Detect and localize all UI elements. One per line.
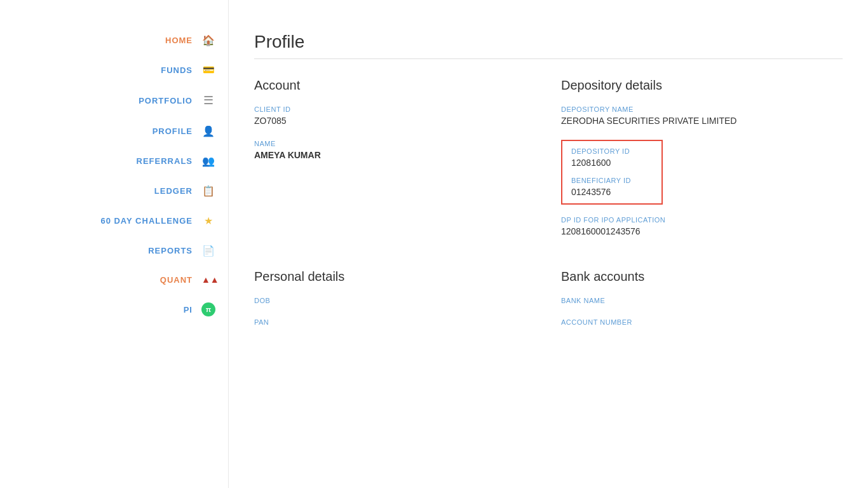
- depository-section-title: Depository details: [561, 78, 843, 93]
- sidebar-item-label-reports: REPORTS: [148, 246, 193, 255]
- dob-label: DOB: [254, 297, 536, 304]
- referrals-icon: 👥: [201, 155, 215, 167]
- home-icon: 🏠: [201, 34, 215, 46]
- challenge-icon: ★: [201, 215, 215, 227]
- sidebar-item-label-ledger: LEDGER: [154, 186, 193, 196]
- sidebar-item-label-home: HOME: [165, 36, 193, 45]
- sidebar-item-label-pi: PI: [184, 305, 193, 315]
- highlight-box: DEPOSITORY ID 12081600 BENEFICIARY ID 01…: [561, 140, 663, 205]
- portfolio-icon: ☰: [201, 93, 215, 107]
- beneficiary-id-value: 01243576: [571, 187, 653, 197]
- pan-group: PAN: [254, 318, 536, 326]
- depository-name-group: DEPOSITORY NAME ZERODHA SECURITIES PRIVA…: [561, 105, 843, 126]
- sidebar-item-label-funds: FUNDS: [161, 65, 193, 75]
- sidebar-item-reports[interactable]: REPORTS 📄: [0, 236, 228, 266]
- depository-name-value: ZERODHA SECURITIES PRIVATE LIMITED: [561, 116, 843, 126]
- sidebar-item-profile[interactable]: PROFILE 👤: [0, 116, 228, 146]
- sidebar-item-label-challenge: 60 DAY CHALLENGE: [100, 216, 193, 226]
- personal-bank-grid: Personal details DOB PAN Bank accounts B…: [254, 269, 843, 340]
- dp-id-label: DP ID FOR IPO APPLICATION: [561, 216, 843, 224]
- personal-section-title: Personal details: [254, 269, 536, 284]
- sidebar-item-quant[interactable]: QUANT ▲▲: [0, 266, 228, 294]
- profile-icon: 👤: [201, 125, 215, 137]
- name-value: AMEYA KUMAR: [254, 150, 536, 160]
- client-id-group: CLIENT ID ZO7085: [254, 105, 536, 126]
- name-label: NAME: [254, 140, 536, 147]
- title-divider: [254, 58, 843, 59]
- client-id-label: CLIENT ID: [254, 105, 536, 113]
- depository-id-group: DEPOSITORY ID 12081600: [571, 147, 653, 168]
- dob-group: DOB: [254, 297, 536, 304]
- beneficiary-id-group: BENEFICIARY ID 01243576: [571, 177, 653, 197]
- bank-name-group: BANK NAME: [561, 297, 843, 304]
- name-group: NAME AMEYA KUMAR: [254, 140, 536, 160]
- sidebar-item-label-quant: QUANT: [160, 275, 193, 285]
- account-number-group: ACCOUNT NUMBER: [561, 318, 843, 326]
- sidebar-item-home[interactable]: HOME 🏠: [0, 25, 228, 55]
- depository-id-value: 12081600: [571, 158, 653, 168]
- account-number-label: ACCOUNT NUMBER: [561, 318, 843, 326]
- funds-icon: 💳: [201, 64, 215, 76]
- depository-id-label: DEPOSITORY ID: [571, 147, 653, 155]
- depository-section: Depository details DEPOSITORY NAME ZEROD…: [561, 78, 843, 250]
- ledger-icon: 📋: [201, 185, 215, 197]
- main-content: Profile Account CLIENT ID ZO7085 NAME AM…: [229, 0, 868, 488]
- sidebar-item-portfolio[interactable]: PORTFOLIO ☰: [0, 85, 228, 116]
- sidebar-item-label-profile: PROFILE: [153, 126, 193, 136]
- sidebar-item-funds[interactable]: FUNDS 💳: [0, 55, 228, 85]
- client-id-value: ZO7085: [254, 116, 536, 126]
- sidebar-item-challenge[interactable]: 60 DAY CHALLENGE ★: [0, 206, 228, 236]
- dp-id-value: 1208160001243576: [561, 226, 843, 236]
- dp-id-group: DP ID FOR IPO APPLICATION 12081600012435…: [561, 216, 843, 236]
- pi-badge: π: [201, 302, 215, 316]
- sidebar-item-pi[interactable]: PI π: [0, 294, 228, 325]
- pan-label: PAN: [254, 318, 536, 326]
- account-section-title: Account: [254, 78, 536, 93]
- reports-icon: 📄: [201, 245, 215, 257]
- account-section: Account CLIENT ID ZO7085 NAME AMEYA KUMA…: [254, 78, 536, 250]
- bank-section-title: Bank accounts: [561, 269, 843, 284]
- sidebar-item-label-portfolio: PORTFOLIO: [139, 96, 193, 105]
- personal-section: Personal details DOB PAN: [254, 269, 536, 340]
- sidebar-item-ledger[interactable]: LEDGER 📋: [0, 176, 228, 206]
- sidebar-item-referrals[interactable]: REFERRALS 👥: [0, 146, 228, 176]
- bank-name-label: BANK NAME: [561, 297, 843, 304]
- profile-grid: Account CLIENT ID ZO7085 NAME AMEYA KUMA…: [254, 78, 843, 250]
- quant-icon: ▲▲: [201, 274, 215, 285]
- sidebar: HOME 🏠 FUNDS 💳 PORTFOLIO ☰ PROFILE 👤 REF…: [0, 0, 229, 488]
- beneficiary-id-label: BENEFICIARY ID: [571, 177, 653, 184]
- page-title: Profile: [254, 32, 843, 52]
- sidebar-item-label-referrals: REFERRALS: [137, 156, 193, 166]
- depository-name-label: DEPOSITORY NAME: [561, 105, 843, 113]
- bank-section: Bank accounts BANK NAME ACCOUNT NUMBER: [561, 269, 843, 340]
